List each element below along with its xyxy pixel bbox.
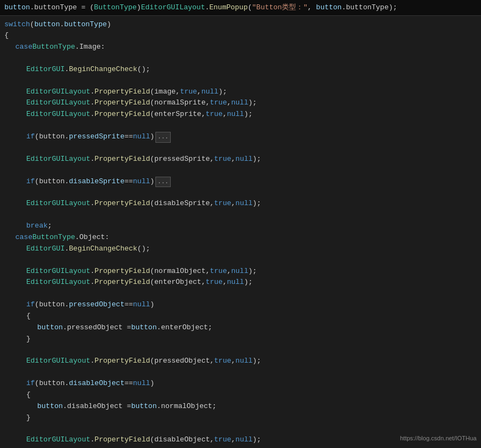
code-token: (); (137, 64, 150, 75)
code-token: ); (248, 97, 257, 109)
code-line (0, 423, 481, 434)
code-token: EditorGUILayout (26, 97, 90, 109)
code-token: . (90, 97, 95, 109)
code-token: BeginChangeCheck (69, 243, 137, 255)
code-line: EditorGUI.BeginChangeCheck(); (0, 64, 481, 75)
code-token: ButtonType (32, 232, 75, 243)
code-line: case ButtonType.Object: (0, 232, 481, 243)
code-line: EditorGUILayout.PropertyField(disableSpr… (0, 198, 481, 210)
code-token: PropertyField (95, 97, 150, 109)
code-token: true (180, 86, 197, 98)
code-token: ); (244, 109, 253, 120)
code-token: button (131, 401, 157, 412)
code-token: ( (30, 19, 34, 31)
code-line: case ButtonType.Image: (0, 42, 481, 53)
code-token: EditorGUILayout (26, 154, 90, 165)
code-token: (disableObject, (150, 434, 214, 446)
code-token: ; (48, 220, 52, 232)
code-token: true (210, 97, 227, 109)
code-token: . (90, 277, 95, 288)
code-token: PropertyField (95, 277, 150, 288)
code-token: == (124, 131, 133, 143)
code-line (0, 288, 481, 299)
code-line (0, 210, 481, 220)
code-token: EditorGUI (26, 64, 65, 75)
code-token: , (227, 266, 231, 277)
code-token: ); (253, 154, 262, 165)
code-line: { (0, 30, 481, 42)
code-line: EditorGUILayout.PropertyField(normalSpri… (0, 97, 481, 109)
code-token: null (235, 154, 252, 165)
code-token: . (90, 356, 95, 367)
code-token: ); (244, 277, 253, 288)
code-token: button (37, 322, 63, 334)
code-token: if (26, 299, 35, 311)
ellipsis-toggle[interactable]: ... (155, 177, 171, 188)
code-line (0, 165, 481, 176)
code-line: { (0, 311, 481, 322)
code-token: (button. (35, 299, 69, 311)
code-token: , (197, 86, 201, 98)
code-line: if (button.pressedObject == null) (0, 299, 481, 311)
code-body: switch (button.buttonType){case ButtonTy… (0, 16, 481, 449)
code-token: null (235, 198, 252, 210)
code-line (0, 345, 481, 356)
code-token: break (26, 220, 48, 232)
code-token: } (26, 334, 31, 345)
code-token: true (214, 154, 231, 165)
code-token: (image, (150, 86, 180, 98)
code-token: EditorGUILayout (26, 198, 90, 210)
code-token: (button. (35, 131, 69, 143)
code-token: PropertyField (95, 356, 150, 367)
code-token: EditorGUILayout (26, 86, 90, 98)
code-token: (normalSprite, (150, 97, 210, 109)
code-token: EditorGUILayout (26, 266, 90, 277)
code-token: , (231, 434, 236, 446)
code-token: (enterObject, (150, 277, 205, 288)
code-line: { (0, 389, 481, 401)
code-token: true (214, 356, 231, 367)
code-line: EditorGUILayout.PropertyField(enterObjec… (0, 277, 481, 288)
code-token: (pressedObject, (150, 356, 214, 367)
code-token: , (231, 198, 236, 210)
code-token: button (37, 401, 63, 412)
code-token: true (214, 434, 231, 446)
code-token: { (26, 311, 31, 322)
code-token: true (206, 277, 223, 288)
code-token: (disableSprite, (150, 198, 214, 210)
code-line (0, 53, 481, 64)
code-token: ); (253, 356, 262, 367)
code-token: if (26, 131, 35, 143)
code-token: . (65, 243, 69, 255)
code-token: EditorGUILayout (26, 356, 90, 367)
code-token: null (235, 356, 252, 367)
code-token: PropertyField (95, 198, 150, 210)
code-token: PropertyField (95, 154, 150, 165)
code-token: .Image: (75, 42, 105, 53)
code-token: (button. (35, 176, 69, 188)
code-token: null (133, 176, 150, 188)
code-token: .Object: (75, 232, 109, 243)
code-token: . (90, 266, 95, 277)
code-line: } (0, 334, 481, 345)
code-token: if (26, 378, 35, 389)
code-token: .normalObject; (157, 401, 216, 412)
code-token: PropertyField (95, 86, 150, 98)
top-bar: button.buttonType = (ButtonType)EditorGU… (0, 0, 481, 16)
code-line: if (button.disableSprite == null)... (0, 176, 481, 188)
code-line: EditorGUILayout.PropertyField(pressedSpr… (0, 154, 481, 165)
code-token: disableSprite (69, 176, 124, 188)
code-token: ); (248, 266, 257, 277)
code-token: null (235, 434, 252, 446)
code-token: . (65, 64, 69, 75)
code-token: { (4, 30, 9, 42)
code-line: if (button.pressedSprite == null)... (0, 131, 481, 143)
code-line: EditorGUILayout.PropertyField(enterSprit… (0, 109, 481, 120)
code-token: , (223, 109, 227, 120)
ellipsis-toggle[interactable]: ... (155, 132, 171, 143)
code-token: ); (253, 434, 262, 446)
code-line (0, 120, 481, 131)
code-token: button (34, 19, 60, 31)
code-token: , (223, 277, 227, 288)
code-token: pressedObject (69, 299, 124, 311)
